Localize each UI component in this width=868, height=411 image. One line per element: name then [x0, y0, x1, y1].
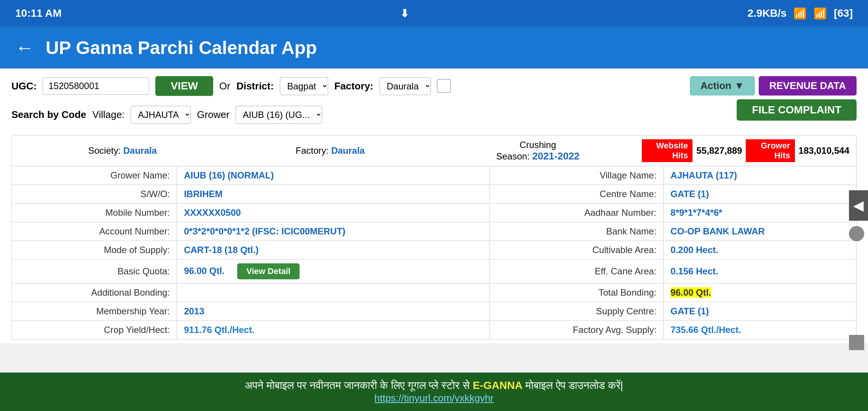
total-bonding-value: 96.00 Qtl. [664, 284, 857, 302]
bank-label: Bank Name: [490, 222, 664, 241]
table-row: Crop Yield/Hect: 911.76 Qtl./Hect. Facto… [12, 321, 857, 339]
grower-hits-badge: Grower Hits [746, 139, 795, 162]
table-row: S/W/O: IBRIHEM Centre Name: GATE (1) [12, 185, 857, 204]
society-label: Society: [88, 145, 123, 156]
society-header-row: Society: Daurala Factory: Daurala Crushi… [12, 135, 857, 166]
crushing-label: Crushing [434, 140, 642, 150]
mobile-label: Mobile Number: [12, 204, 177, 222]
district-select[interactable]: Bagpat [280, 77, 328, 95]
main-content: UGC: VIEW Or District: Bagpat Factory: D… [0, 68, 868, 343]
grower-name-value: AIUB (16) (NORMAL) [177, 166, 490, 185]
season-value: 2021-2022 [532, 150, 579, 162]
side-square [849, 335, 864, 350]
table-row: Additional Bonding: Total Bonding: 96.00… [12, 284, 857, 302]
or-text: Or [219, 80, 230, 92]
factory-avg-value: 735.66 Qtl./Hect. [664, 321, 857, 339]
factory-header-value: Daurala [331, 145, 365, 156]
society-value: Daurala [123, 145, 157, 156]
factory-header-label: Factory: [296, 145, 331, 156]
cultivable-area-value: 0.200 Hect. [664, 241, 857, 260]
status-bar: 10:11 AM ⬇ 2.9KB/s 📶 📶 [63] [0, 0, 868, 27]
factory-avg-label: Factory Avg. Supply: [490, 321, 664, 339]
add-bonding-value [177, 284, 490, 302]
village-name-value: AJHAUTA (117) [664, 166, 857, 185]
speed-display: 2.9KB/s [747, 7, 787, 19]
grower-name-label: Grower Name: [12, 166, 177, 185]
checkbox-input[interactable] [437, 79, 451, 93]
mode-supply-value: CART-18 (18 Qtl.) [177, 241, 490, 260]
file-complaint-button[interactable]: FILE COMPLAINT [737, 99, 857, 121]
basic-quota-label: Basic Quota: [12, 260, 177, 284]
supply-centre-value: GATE (1) [664, 302, 857, 321]
village-select[interactable]: AJHAUTA [131, 106, 191, 124]
grower-select[interactable]: AIUB (16) (UG... [236, 106, 322, 124]
signal-icon: 📶 [793, 7, 807, 20]
app-title: UP Ganna Parchi Calendar App [46, 37, 317, 58]
right-buttons-area: Action ▼ REVENUE DATA FILE COMPLAINT [690, 76, 857, 121]
back-button[interactable]: ← [15, 37, 34, 59]
account-label: Account Number: [12, 222, 177, 241]
supply-centre-label: Supply Centre: [490, 302, 664, 321]
wifi-icon: 📶 [814, 7, 827, 20]
website-hits-count: 55,827,889 [696, 145, 742, 156]
side-arrow[interactable]: ◀ [849, 190, 868, 221]
membership-year-label: Membership Year: [12, 302, 177, 321]
table-row: Mobile Number: XXXXXX0500 Aadhaar Number… [12, 204, 857, 222]
centre-name-label: Centre Name: [490, 185, 664, 204]
table-row: Basic Quota: 96.00 Qtl. View Detail Eff.… [12, 260, 857, 284]
village-name-label: Village Name: [490, 166, 664, 185]
table-row: Grower Name: AIUB (16) (NORMAL) Village … [12, 166, 857, 185]
district-label: District: [236, 80, 274, 92]
bank-value: CO-OP BANK LAWAR [664, 222, 857, 241]
swo-label: S/W/O: [12, 185, 177, 204]
add-bonding-label: Additional Bonding: [12, 284, 177, 302]
account-value: 0*3*2*0*0*0*1*2 (IFSC: ICIC00MERUT) [177, 222, 490, 241]
mode-supply-label: Mode of Supply: [12, 241, 177, 260]
village-label: Village: [93, 109, 125, 121]
basic-quota-value: 96.00 Qtl. View Detail [177, 260, 490, 284]
membership-year-value: 2013 [177, 302, 490, 321]
side-dot [849, 226, 864, 241]
banner-text-before: अपने मोबाइल पर नवीनतम जानकारी के लिए गूग… [245, 379, 470, 391]
dropdown-icon: ▼ [734, 80, 744, 92]
grower-label: Grower [197, 109, 229, 121]
banner-link[interactable]: https://tinyurl.com/yxkkgyhr [374, 392, 494, 404]
app-header: ← UP Ganna Parchi Calendar App [0, 27, 868, 68]
website-hits-badge: Website Hits [642, 139, 693, 162]
revenue-data-button[interactable]: REVENUE DATA [759, 76, 857, 96]
crop-yield-label: Crop Yield/Hect: [12, 321, 177, 339]
download-icon: ⬇ [400, 7, 409, 20]
banner-text-after: मोबाइल ऐप डाउनलोड करें| [525, 379, 623, 391]
data-table: Society: Daurala Factory: Daurala Crushi… [11, 135, 857, 339]
centre-name-value: GATE (1) [664, 185, 857, 204]
action-button[interactable]: Action ▼ [690, 76, 755, 96]
season-label: Season: 2021-2022 [434, 150, 642, 162]
mobile-value: XXXXXX0500 [177, 204, 490, 222]
cultivable-area-label: Cultivable Area: [490, 241, 664, 260]
total-bonding-label: Total Bonding: [490, 284, 664, 302]
grower-hits-count: 183,010,544 [799, 145, 849, 156]
aadhaar-value: 8*9*1*7*4*6* [664, 204, 857, 222]
swo-value: IBRIHEM [177, 185, 490, 204]
factory-label: Factory: [334, 80, 373, 92]
ugc-input[interactable] [43, 77, 149, 95]
battery-display: [63] [834, 7, 853, 19]
table-row: Account Number: 0*3*2*0*0*0*1*2 (IFSC: I… [12, 222, 857, 241]
eganna-highlight: E-GANNA [473, 379, 523, 391]
ugc-label: UGC: [11, 80, 37, 92]
bottom-banner: अपने मोबाइल पर नवीनतम जानकारी के लिए गूग… [0, 373, 868, 411]
view-button[interactable]: VIEW [155, 76, 213, 96]
eff-cane-value: 0.156 Hect. [664, 260, 857, 284]
eff-cane-label: Eff. Cane Area: [490, 260, 664, 284]
time-display: 10:11 AM [15, 7, 62, 19]
factory-select[interactable]: Daurala [380, 77, 431, 95]
search-code-label: Search by Code [11, 109, 86, 121]
table-row: Mode of Supply: CART-18 (18 Qtl.) Cultiv… [12, 241, 857, 260]
crop-yield-value: 911.76 Qtl./Hect. [177, 321, 490, 339]
view-detail-button[interactable]: View Detail [237, 263, 300, 279]
table-row: Membership Year: 2013 Supply Centre: GAT… [12, 302, 857, 321]
aadhaar-label: Aadhaar Number: [490, 204, 664, 222]
